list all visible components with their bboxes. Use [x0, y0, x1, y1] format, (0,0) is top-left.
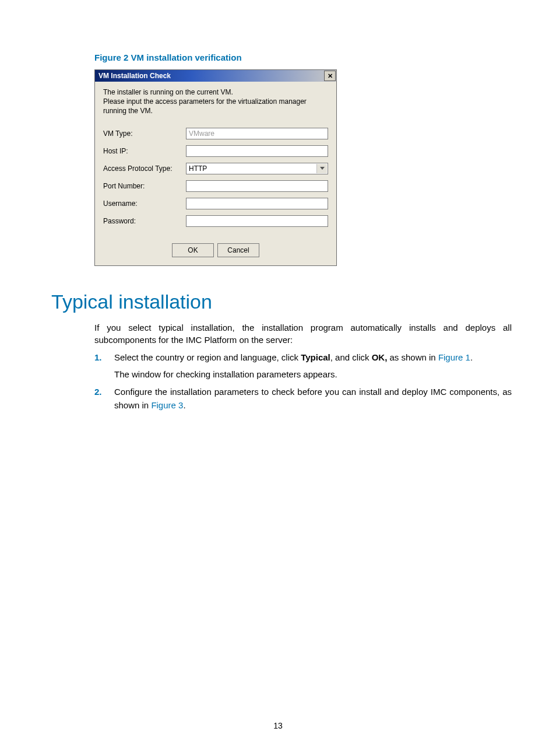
step-2-text-end: . [183, 400, 185, 410]
steps-list: Select the country or region and languag… [94, 351, 512, 412]
dialog-title: VM Installation Check [98, 72, 171, 80]
row-password: Password: [103, 215, 328, 227]
step-1-bold-ok: OK, [372, 352, 388, 362]
step-2: Configure the installation parameters to… [94, 386, 512, 412]
value-access-protocol: HTTP [189, 164, 207, 173]
ok-button[interactable]: OK [172, 243, 214, 257]
value-vm-type: VMware [189, 130, 214, 138]
step-1-bold-typical: Typical [301, 352, 330, 362]
dialog-titlebar: VM Installation Check ✕ [95, 70, 336, 82]
section-heading: Typical installation [51, 290, 512, 313]
step-1-subline: The window for checking installation par… [114, 368, 512, 382]
step-1-text-mid: , and click [330, 352, 372, 362]
dialog-body: The installer is running on the current … [95, 82, 336, 265]
step-1: Select the country or region and languag… [94, 351, 512, 381]
input-username[interactable] [186, 198, 328, 209]
label-username: Username: [103, 200, 186, 208]
label-access-protocol: Access Protocol Type: [103, 164, 186, 173]
label-port-number: Port Number: [103, 182, 186, 190]
input-password[interactable] [186, 215, 328, 227]
step-1-text-post: as shown in [387, 352, 438, 362]
button-row: OK Cancel [103, 243, 328, 257]
figure-caption: Figure 2 VM installation verification [94, 52, 512, 62]
row-host-ip: Host IP: [103, 145, 328, 157]
form-grid: VM Type: VMware Host IP: Access Protocol… [103, 128, 328, 227]
select-access-protocol[interactable]: HTTP [186, 163, 328, 174]
input-port-number[interactable] [186, 180, 328, 192]
row-vm-type: VM Type: VMware [103, 128, 328, 139]
step-1-text-pre: Select the country or region and languag… [114, 352, 301, 362]
label-host-ip: Host IP: [103, 147, 186, 155]
chevron-down-icon [316, 164, 327, 173]
figure-3-link[interactable]: Figure 3 [151, 400, 183, 410]
input-vm-type[interactable]: VMware [186, 128, 328, 139]
close-icon: ✕ [328, 72, 333, 80]
row-port-number: Port Number: [103, 180, 328, 192]
dialog-intro-line1: The installer is running on the current … [103, 88, 328, 97]
row-access-protocol: Access Protocol Type: HTTP [103, 163, 328, 174]
vm-installation-check-dialog: VM Installation Check ✕ The installer is… [94, 69, 337, 266]
row-username: Username: [103, 198, 328, 209]
label-password: Password: [103, 217, 186, 225]
label-vm-type: VM Type: [103, 130, 186, 138]
page-number: 13 [0, 721, 556, 730]
step-1-text-end: . [470, 352, 473, 362]
dialog-intro-line2: Please input the access parameters for t… [103, 97, 328, 116]
close-button[interactable]: ✕ [324, 71, 336, 81]
input-host-ip[interactable] [186, 145, 328, 157]
figure-1-link[interactable]: Figure 1 [438, 352, 470, 362]
cancel-button[interactable]: Cancel [217, 243, 259, 257]
intro-paragraph: If you select typical installation, the … [94, 321, 512, 347]
